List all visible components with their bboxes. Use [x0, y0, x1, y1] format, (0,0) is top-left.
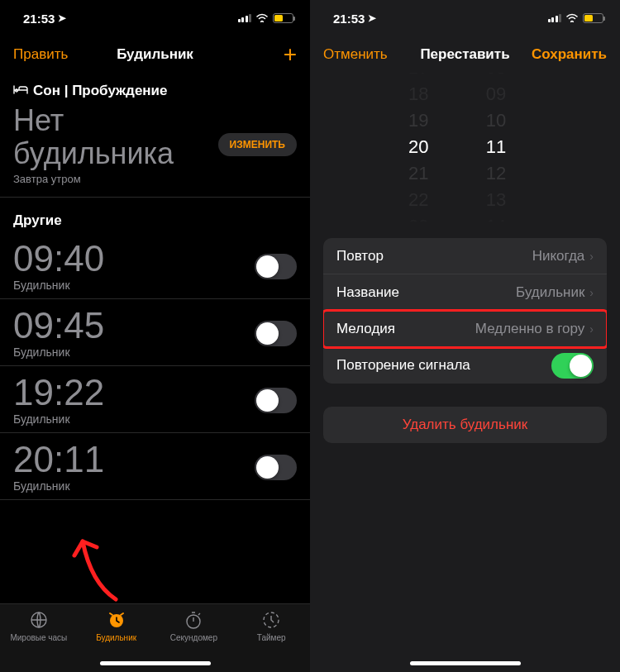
time-picker[interactable]: 17181920212223 08091011121314 — [310, 73, 620, 222]
annotation-arrow — [70, 529, 136, 603]
alarm-row[interactable]: 20:11Будильник — [0, 433, 310, 500]
save-button[interactable]: Сохранить — [532, 46, 607, 63]
tab-label: Секундомер — [170, 633, 217, 642]
picker-item[interactable]: 19 — [408, 107, 428, 134]
setting-value: Будильник › — [516, 284, 594, 301]
delete-group: Удалить будильник — [323, 407, 607, 443]
setting-value: Никогда › — [532, 248, 594, 265]
alarm-time: 09:40 — [13, 241, 104, 277]
alarm-toggle[interactable] — [255, 254, 297, 279]
edit-button[interactable]: Править — [13, 46, 68, 63]
status-time: 21:53 — [333, 12, 365, 26]
modal-title: Переставить — [420, 46, 509, 63]
others-header: Другие — [0, 198, 310, 232]
alarm-toggle[interactable] — [255, 455, 297, 480]
cancel-button[interactable]: Отменить — [323, 46, 388, 63]
tab-globe[interactable]: Мировые часы — [0, 609, 78, 672]
setting-label: Мелодия — [336, 321, 395, 337]
alarm-time: 09:45 — [13, 307, 104, 344]
picker-item[interactable]: 23 — [408, 213, 428, 222]
tab-label: Таймер — [257, 633, 286, 642]
location-icon: ➤ — [58, 12, 66, 24]
picker-hours[interactable]: 17181920212223 — [408, 73, 428, 222]
picker-item[interactable]: 13 — [486, 187, 506, 213]
picker-item[interactable]: 18 — [408, 81, 428, 107]
picker-item[interactable]: 12 — [486, 160, 506, 187]
tab-label: Будильник — [96, 633, 136, 642]
home-indicator[interactable] — [100, 661, 211, 665]
globe-icon — [29, 609, 49, 631]
alarm-toggle[interactable] — [255, 321, 297, 346]
location-icon: ➤ — [368, 12, 376, 24]
setting-row-мелодия[interactable]: МелодияМедленно в гору › — [323, 311, 607, 347]
modal-nav: Отменить Переставить Сохранить — [310, 36, 620, 73]
alarm-icon — [107, 609, 126, 631]
snooze-toggle[interactable] — [551, 353, 594, 379]
delete-alarm-button[interactable]: Удалить будильник — [323, 407, 607, 443]
sleep-section-header: Сон | Пробуждение — [0, 73, 310, 102]
nav-bar: Править Будильник + — [0, 36, 310, 73]
wifi-icon — [255, 12, 269, 25]
alarm-time: 19:22 — [13, 374, 104, 411]
alarm-row[interactable]: 19:22Будильник — [0, 366, 310, 433]
alarm-row[interactable]: 09:45Будильник — [0, 299, 310, 366]
alarm-label: Будильник — [13, 346, 104, 359]
setting-label: Повторение сигнала — [336, 357, 470, 374]
stopwatch-icon — [184, 609, 203, 631]
setting-label: Название — [336, 284, 399, 301]
tab-label: Мировые часы — [10, 633, 67, 642]
picker-item[interactable]: 14 — [486, 213, 506, 222]
picker-item[interactable]: 11 — [486, 134, 506, 160]
sleep-header-label: Сон | Пробуждение — [33, 83, 168, 99]
setting-row-повтор[interactable]: ПовторНикогда › — [323, 238, 607, 274]
setting-value: Медленно в гору › — [475, 321, 594, 337]
picker-minutes[interactable]: 08091011121314 — [486, 73, 506, 222]
tab-timer[interactable]: Таймер — [232, 609, 310, 672]
home-indicator[interactable] — [410, 661, 521, 665]
settings-group: ПовторНикогда ›НазваниеБудильник ›Мелоди… — [323, 238, 607, 384]
picker-item[interactable]: 17 — [408, 73, 428, 81]
chevron-right-icon: › — [589, 286, 594, 299]
tomorrow-label: Завтра утром — [13, 173, 218, 185]
setting-row-повторение-сигнала[interactable]: Повторение сигнала — [323, 347, 607, 384]
signal-icon — [238, 14, 252, 22]
picker-item[interactable]: 08 — [486, 73, 506, 81]
page-title: Будильник — [117, 46, 193, 63]
alarm-label: Будильник — [13, 412, 104, 426]
alarm-list: 09:40Будильник09:45Будильник19:22Будильн… — [0, 232, 310, 500]
picker-item[interactable]: 20 — [408, 134, 428, 160]
change-button[interactable]: ИЗМЕНИТЬ — [218, 133, 297, 156]
alarm-time: 20:11 — [13, 441, 104, 478]
sleep-alarm-row[interactable]: Нет будильника Завтра утром ИЗМЕНИТЬ — [0, 102, 310, 198]
chevron-right-icon: › — [589, 322, 594, 336]
picker-item[interactable]: 21 — [408, 160, 428, 187]
edit-alarm-screen: 21:53 ➤ Отменить Переставить Сохранить 1… — [310, 0, 620, 672]
tab-bar: Мировые часыБудильникСекундомерТаймер — [0, 603, 310, 672]
alarm-label: Будильник — [13, 279, 104, 292]
setting-row-название[interactable]: НазваниеБудильник › — [323, 274, 607, 311]
setting-label: Повтор — [336, 248, 384, 265]
battery-icon — [273, 13, 293, 23]
no-alarm-text: Нет будильника — [13, 104, 218, 169]
wifi-icon — [565, 12, 579, 25]
alarm-label: Будильник — [13, 479, 104, 493]
status-bar: 21:53 ➤ — [310, 0, 620, 36]
alarm-list-screen: 21:53 ➤ Править Будильник + Сон | Пробуж… — [0, 0, 310, 672]
picker-item[interactable]: 22 — [408, 187, 428, 213]
picker-item[interactable]: 10 — [486, 107, 506, 134]
alarm-toggle[interactable] — [255, 388, 297, 413]
chevron-right-icon: › — [589, 250, 594, 263]
battery-icon — [583, 13, 603, 23]
bed-icon — [13, 84, 28, 98]
status-bar: 21:53 ➤ — [0, 0, 310, 36]
signal-icon — [548, 14, 562, 22]
status-time: 21:53 — [23, 12, 55, 26]
alarm-row[interactable]: 09:40Будильник — [0, 232, 310, 299]
picker-item[interactable]: 09 — [486, 81, 506, 107]
add-alarm-button[interactable]: + — [284, 43, 297, 66]
timer-icon — [261, 609, 281, 631]
